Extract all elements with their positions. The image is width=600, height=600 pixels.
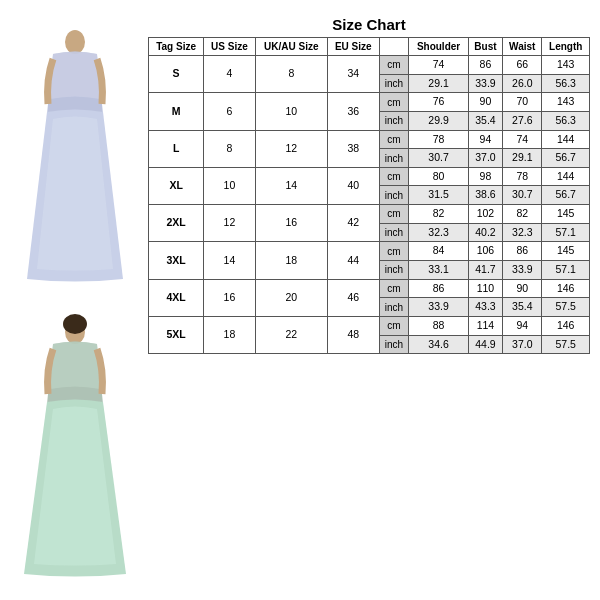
us-size-cell: 12 xyxy=(204,205,255,242)
measurement-cm-cell: 110 xyxy=(468,279,502,298)
svg-point-0 xyxy=(65,30,85,54)
unit-cm-cell: cm xyxy=(379,130,409,149)
ukau-size-cell: 10 xyxy=(255,93,327,130)
tag-size-cell: 3XL xyxy=(149,242,204,279)
measurement-inch-cell: 26.0 xyxy=(503,74,542,93)
chart-title: Size Chart xyxy=(148,10,590,37)
ukau-size-cell: 14 xyxy=(255,167,327,204)
measurement-cm-cell: 86 xyxy=(468,56,502,75)
unit-cm-cell: cm xyxy=(379,242,409,261)
col-tag-size: Tag Size xyxy=(149,38,204,56)
image-column xyxy=(10,10,140,590)
measurement-cm-cell: 78 xyxy=(409,130,468,149)
ukau-size-cell: 22 xyxy=(255,316,327,353)
measurement-cm-cell: 86 xyxy=(503,242,542,261)
us-size-cell: 14 xyxy=(204,242,255,279)
table-row: S4834cm748666143 xyxy=(149,56,590,75)
measurement-inch-cell: 37.0 xyxy=(468,149,502,168)
tag-size-cell: XL xyxy=(149,167,204,204)
eu-size-cell: 36 xyxy=(328,93,379,130)
dress-image-bottom xyxy=(10,303,140,590)
measurement-cm-cell: 84 xyxy=(409,242,468,261)
unit-cm-cell: cm xyxy=(379,316,409,335)
unit-cm-cell: cm xyxy=(379,93,409,112)
measurement-inch-cell: 40.2 xyxy=(468,223,502,242)
measurement-inch-cell: 56.7 xyxy=(542,149,590,168)
measurement-inch-cell: 44.9 xyxy=(468,335,502,354)
measurement-cm-cell: 145 xyxy=(542,242,590,261)
tag-size-cell: 5XL xyxy=(149,316,204,353)
unit-inch-cell: inch xyxy=(379,74,409,93)
ukau-size-cell: 20 xyxy=(255,279,327,316)
table-row: 4XL162046cm8611090146 xyxy=(149,279,590,298)
measurement-cm-cell: 144 xyxy=(542,167,590,186)
col-length: Length xyxy=(542,38,590,56)
measurement-inch-cell: 27.6 xyxy=(503,111,542,130)
ukau-size-cell: 12 xyxy=(255,130,327,167)
measurement-cm-cell: 143 xyxy=(542,56,590,75)
measurement-cm-cell: 114 xyxy=(468,316,502,335)
measurement-cm-cell: 90 xyxy=(503,279,542,298)
table-row: 2XL121642cm8210282145 xyxy=(149,205,590,224)
measurement-cm-cell: 90 xyxy=(468,93,502,112)
col-eu-size: EU Size xyxy=(328,38,379,56)
measurement-inch-cell: 29.9 xyxy=(409,111,468,130)
unit-inch-cell: inch xyxy=(379,298,409,317)
measurement-cm-cell: 66 xyxy=(503,56,542,75)
eu-size-cell: 46 xyxy=(328,279,379,316)
col-ukau-size: UK/AU Size xyxy=(255,38,327,56)
measurement-cm-cell: 86 xyxy=(409,279,468,298)
table-row: 5XL182248cm8811494146 xyxy=(149,316,590,335)
measurement-inch-cell: 33.9 xyxy=(468,74,502,93)
eu-size-cell: 48 xyxy=(328,316,379,353)
col-shoulder: Shoulder xyxy=(409,38,468,56)
unit-inch-cell: inch xyxy=(379,335,409,354)
measurement-inch-cell: 37.0 xyxy=(503,335,542,354)
col-us-size: US Size xyxy=(204,38,255,56)
measurement-inch-cell: 57.1 xyxy=(542,223,590,242)
measurement-cm-cell: 144 xyxy=(542,130,590,149)
tag-size-cell: S xyxy=(149,56,204,93)
measurement-cm-cell: 88 xyxy=(409,316,468,335)
us-size-cell: 10 xyxy=(204,167,255,204)
unit-cm-cell: cm xyxy=(379,56,409,75)
unit-inch-cell: inch xyxy=(379,149,409,168)
ukau-size-cell: 18 xyxy=(255,242,327,279)
measurement-cm-cell: 76 xyxy=(409,93,468,112)
measurement-cm-cell: 74 xyxy=(503,130,542,149)
measurement-inch-cell: 30.7 xyxy=(503,186,542,205)
measurement-inch-cell: 31.5 xyxy=(409,186,468,205)
measurement-cm-cell: 102 xyxy=(468,205,502,224)
measurement-inch-cell: 38.6 xyxy=(468,186,502,205)
col-unit xyxy=(379,38,409,56)
measurement-cm-cell: 106 xyxy=(468,242,502,261)
eu-size-cell: 38 xyxy=(328,130,379,167)
dress-image-top xyxy=(10,10,140,297)
us-size-cell: 16 xyxy=(204,279,255,316)
measurement-cm-cell: 145 xyxy=(542,205,590,224)
chart-column: Size Chart Tag Size US Size UK/AU Size E… xyxy=(148,10,590,590)
measurement-inch-cell: 57.5 xyxy=(542,298,590,317)
measurement-inch-cell: 32.3 xyxy=(409,223,468,242)
col-waist: Waist xyxy=(503,38,542,56)
measurement-inch-cell: 56.3 xyxy=(542,111,590,130)
measurement-cm-cell: 78 xyxy=(503,167,542,186)
measurement-inch-cell: 29.1 xyxy=(409,74,468,93)
measurement-inch-cell: 41.7 xyxy=(468,261,502,280)
eu-size-cell: 40 xyxy=(328,167,379,204)
ukau-size-cell: 16 xyxy=(255,205,327,242)
measurement-inch-cell: 29.1 xyxy=(503,149,542,168)
measurement-inch-cell: 30.7 xyxy=(409,149,468,168)
tag-size-cell: L xyxy=(149,130,204,167)
eu-size-cell: 44 xyxy=(328,242,379,279)
unit-cm-cell: cm xyxy=(379,205,409,224)
measurement-inch-cell: 35.4 xyxy=(468,111,502,130)
ukau-size-cell: 8 xyxy=(255,56,327,93)
measurement-cm-cell: 82 xyxy=(503,205,542,224)
unit-inch-cell: inch xyxy=(379,186,409,205)
measurement-inch-cell: 33.1 xyxy=(409,261,468,280)
measurement-cm-cell: 82 xyxy=(409,205,468,224)
unit-cm-cell: cm xyxy=(379,279,409,298)
measurement-cm-cell: 94 xyxy=(468,130,502,149)
measurement-cm-cell: 146 xyxy=(542,316,590,335)
